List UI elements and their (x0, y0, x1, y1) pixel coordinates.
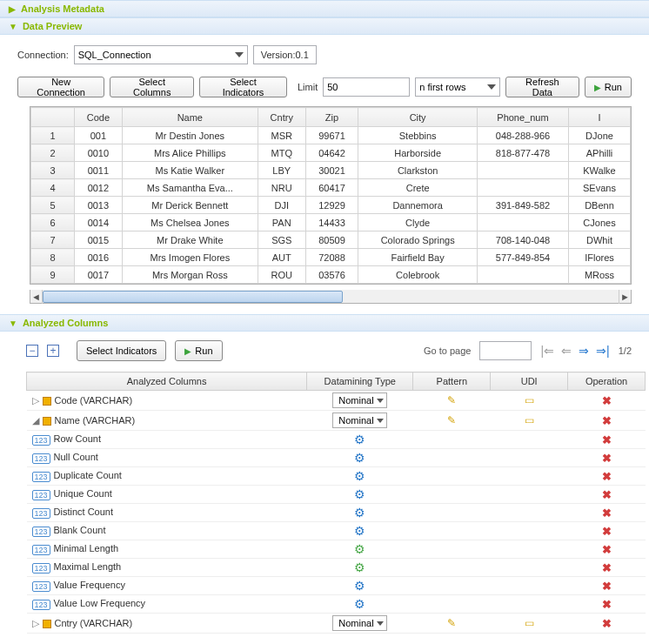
cell[interactable]: Fairfield Bay (358, 249, 478, 266)
cell[interactable]: DWhit (569, 231, 631, 249)
delete-icon[interactable]: ✖ (602, 470, 612, 483)
cell[interactable]: LBY (258, 162, 305, 179)
cell[interactable]: 0013 (75, 197, 123, 214)
udi-icon[interactable]: ▭ (525, 394, 534, 406)
gear-icon[interactable]: ⚙ (354, 560, 365, 574)
delete-icon[interactable]: ✖ (602, 580, 612, 593)
grid-header[interactable]: I (569, 108, 631, 127)
cell[interactable]: Mrs Alice Phillips (122, 144, 258, 162)
table-row[interactable]: 40012Ms Samantha Eva...NRU60417CreteSEva… (31, 179, 631, 197)
cell[interactable]: Crete (358, 179, 478, 197)
udi-icon[interactable]: ▭ (525, 414, 534, 426)
grid-header[interactable]: Zip (305, 108, 358, 127)
cell[interactable]: Ms Samantha Eva... (122, 179, 258, 197)
cell[interactable]: 708-140-048 (477, 231, 568, 249)
scroll-left-icon[interactable]: ◄ (30, 290, 43, 304)
cell[interactable] (477, 214, 568, 231)
cell[interactable]: MTQ (258, 144, 305, 162)
cell[interactable]: 0015 (75, 231, 123, 249)
select-indicators-button[interactable]: Select Indicators (199, 77, 287, 97)
refresh-data-button[interactable]: Refresh Data (505, 77, 579, 97)
cell[interactable]: Harborside (358, 144, 478, 162)
cell[interactable] (477, 162, 568, 179)
prev-page-icon[interactable]: ⇐ (561, 344, 572, 358)
next-page-icon[interactable]: ⇒ (579, 344, 589, 358)
delete-icon[interactable]: ✖ (602, 561, 612, 574)
delete-icon[interactable]: ✖ (602, 506, 612, 520)
cell[interactable]: Stebbins (358, 127, 478, 144)
disclosure-collapsed-icon[interactable]: ▷ (32, 618, 43, 629)
gear-icon[interactable]: ⚙ (354, 597, 365, 611)
cell[interactable]: CJones (569, 214, 631, 231)
cell[interactable]: 72088 (305, 249, 358, 266)
cell[interactable]: 12929 (305, 197, 358, 214)
column-node[interactable]: ◢Name (VARCHAR)Nominal✎▭✖ (27, 411, 646, 431)
cell[interactable]: 30021 (305, 162, 358, 179)
datamining-type-select[interactable]: Nominal (332, 413, 387, 428)
select-columns-button[interactable]: Select Columns (110, 77, 194, 97)
table-row[interactable]: 1001Mr Destin JonesMSR99671Stebbins048-2… (31, 127, 631, 144)
scroll-right-icon[interactable]: ► (619, 290, 631, 304)
pattern-icon[interactable]: ✎ (447, 414, 456, 426)
cell[interactable] (477, 266, 568, 284)
preview-grid[interactable]: CodeNameCntryZipCityPhone_numI 1001Mr De… (30, 106, 632, 285)
cell[interactable]: 577-849-854 (477, 249, 568, 266)
expand-all-button[interactable]: + (47, 345, 59, 357)
table-row[interactable]: 20010Mrs Alice PhillipsMTQ04642Harborsid… (31, 144, 631, 162)
cell[interactable]: KWalke (569, 162, 631, 179)
cell[interactable]: 80509 (305, 231, 358, 249)
cell[interactable]: 048-288-966 (477, 127, 568, 144)
disclosure-expanded-icon[interactable]: ◢ (32, 415, 43, 426)
metric-node[interactable]: 123Duplicate Count⚙✖ (27, 467, 646, 486)
cell[interactable]: MRoss (569, 266, 631, 284)
goto-page-input[interactable] (479, 341, 532, 360)
cell[interactable]: Mr Drake White (122, 231, 258, 249)
delete-icon[interactable]: ✖ (602, 617, 612, 630)
metric-node[interactable]: 123Value Frequency⚙✖ (27, 577, 646, 595)
cell[interactable]: Mrs Imogen Flores (122, 249, 258, 266)
cell[interactable]: AUT (258, 249, 305, 266)
delete-icon[interactable]: ✖ (602, 394, 612, 407)
cell[interactable]: Clyde (358, 214, 478, 231)
cell[interactable]: Mr Destin Jones (122, 127, 258, 144)
delete-icon[interactable]: ✖ (602, 414, 612, 427)
gear-icon[interactable]: ⚙ (354, 469, 365, 483)
grid-header[interactable]: Phone_num (477, 108, 568, 127)
delete-icon[interactable]: ✖ (602, 598, 612, 611)
grid-header[interactable]: City (358, 108, 478, 127)
metric-node[interactable]: 123Minimal Length⚙✖ (27, 540, 646, 559)
table-row[interactable]: 70015Mr Drake WhiteSGS80509Colorado Spri… (31, 231, 631, 249)
column-node[interactable]: ▷Cntry (VARCHAR)Nominal✎▭✖ (27, 614, 646, 634)
analyzed-run-button[interactable]: ▶ Run (175, 340, 222, 361)
last-page-icon[interactable]: ⇒| (596, 344, 610, 358)
metric-node[interactable]: 123Distinct Count⚙✖ (27, 504, 646, 522)
cell[interactable]: IFlores (569, 249, 631, 266)
cell[interactable]: DJone (569, 127, 631, 144)
cell[interactable]: 14433 (305, 214, 358, 231)
cell[interactable]: Ms Chelsea Jones (122, 214, 258, 231)
metric-node[interactable]: 123Value Low Frequency⚙✖ (27, 595, 646, 614)
cell[interactable]: 03576 (305, 266, 358, 284)
delete-icon[interactable]: ✖ (602, 543, 612, 556)
cell[interactable]: DJI (258, 197, 305, 214)
cell[interactable]: MSR (258, 127, 305, 144)
pattern-icon[interactable]: ✎ (447, 394, 456, 406)
cell[interactable]: DBenn (569, 197, 631, 214)
analyzed-select-indicators-button[interactable]: Select Indicators (77, 340, 166, 361)
section-header-analyzed-columns[interactable]: ▼ Analyzed Columns (0, 314, 649, 332)
cell[interactable]: 0017 (75, 266, 123, 284)
table-row[interactable]: 80016Mrs Imogen FloresAUT72088Fairfield … (31, 249, 631, 266)
cell[interactable]: Mr Derick Bennett (122, 197, 258, 214)
column-node[interactable]: ▷Code (VARCHAR)Nominal✎▭✖ (27, 391, 646, 411)
cell[interactable]: Dannemora (358, 197, 478, 214)
limit-input[interactable] (323, 77, 410, 97)
collapse-all-button[interactable]: − (26, 345, 38, 357)
metric-node[interactable]: 123Maximal Length⚙✖ (27, 559, 646, 577)
metric-node[interactable]: 123Blank Count⚙✖ (27, 522, 646, 540)
metric-node[interactable]: 123Row Count⚙✖ (27, 431, 646, 449)
first-page-icon[interactable]: |⇐ (540, 344, 554, 358)
cell[interactable]: 391-849-582 (477, 197, 568, 214)
horizontal-scrollbar[interactable]: ◄ ► (30, 290, 632, 304)
grid-header[interactable]: Name (122, 108, 258, 127)
gear-icon[interactable]: ⚙ (354, 451, 365, 465)
